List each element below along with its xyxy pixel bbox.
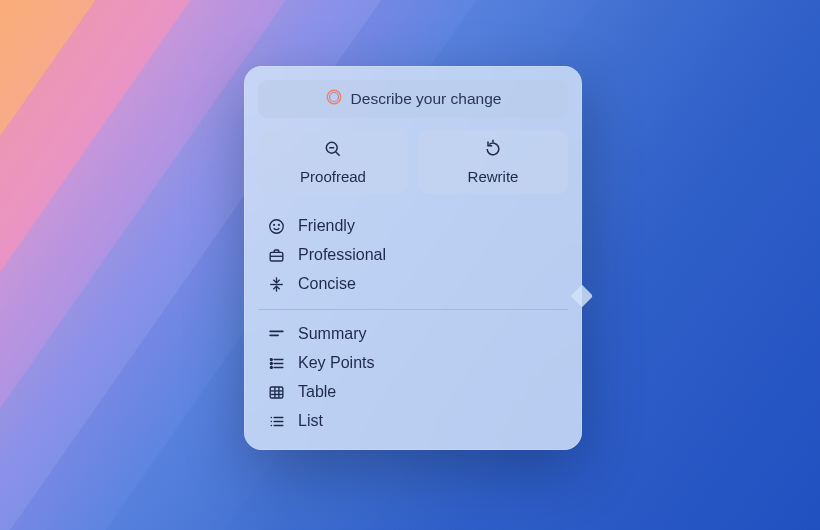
svg-point-18 (270, 362, 272, 364)
menu-item-label: Concise (298, 275, 356, 293)
proofread-label: Proofread (300, 168, 366, 185)
table-icon (266, 382, 286, 402)
menu-item-label: Professional (298, 246, 386, 264)
menu-item-label: Key Points (298, 354, 374, 372)
svg-point-20 (270, 366, 272, 368)
svg-rect-22 (270, 386, 283, 397)
format-section: Summary Key Points (244, 316, 582, 440)
menu-item-label: Table (298, 383, 336, 401)
condense-icon (266, 274, 286, 294)
smiley-icon (266, 216, 286, 236)
menu-item-label: Summary (298, 325, 366, 343)
section-divider (258, 309, 568, 310)
svg-point-16 (270, 358, 272, 360)
proofread-icon (323, 139, 343, 162)
menu-item-label: List (298, 412, 323, 430)
menu-item-table[interactable]: Table (244, 378, 582, 407)
summary-icon (266, 324, 286, 344)
writing-tools-panel: Describe your change Proofread Rewri (244, 66, 582, 450)
svg-point-6 (269, 219, 282, 232)
svg-point-1 (329, 93, 338, 102)
apple-intelligence-icon (325, 88, 343, 110)
svg-point-7 (273, 224, 274, 225)
menu-item-list[interactable]: List (244, 407, 582, 436)
menu-item-concise[interactable]: Concise (244, 270, 582, 299)
tone-section: Friendly Professional (244, 208, 582, 303)
svg-point-31 (270, 424, 272, 426)
describe-change-input[interactable]: Describe your change (258, 80, 568, 118)
briefcase-icon (266, 245, 286, 265)
rewrite-button[interactable]: Rewrite (418, 130, 568, 194)
bullet-list-icon (266, 353, 286, 373)
menu-item-key-points[interactable]: Key Points (244, 349, 582, 378)
svg-line-3 (336, 152, 340, 156)
menu-item-professional[interactable]: Professional (244, 241, 582, 270)
rewrite-label: Rewrite (468, 168, 519, 185)
action-button-row: Proofread Rewrite (258, 130, 568, 194)
rewrite-icon (483, 139, 503, 162)
menu-item-label: Friendly (298, 217, 355, 235)
proofread-button[interactable]: Proofread (258, 130, 408, 194)
menu-item-friendly[interactable]: Friendly (244, 212, 582, 241)
svg-point-27 (270, 416, 272, 418)
menu-item-summary[interactable]: Summary (244, 320, 582, 349)
svg-point-29 (270, 420, 272, 422)
list-icon (266, 411, 286, 431)
svg-point-8 (278, 224, 279, 225)
describe-change-placeholder: Describe your change (351, 90, 502, 108)
